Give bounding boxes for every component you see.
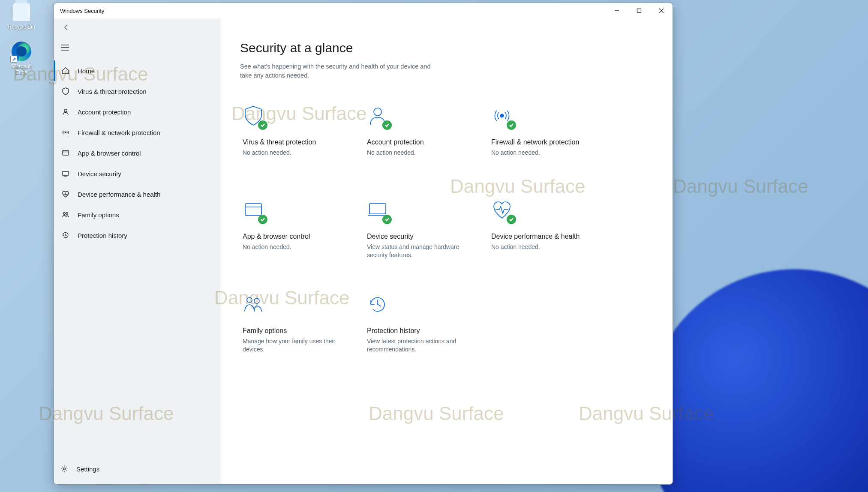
tile-grid: Virus & threat protection No action need… <box>240 102 655 368</box>
tile-device-security[interactable]: Device security View status and manage h… <box>364 197 484 274</box>
tile-subtitle: View status and manage hardware security… <box>367 243 466 260</box>
history-icon <box>367 294 391 318</box>
tile-virus-threat-protection[interactable]: Virus & threat protection No action need… <box>240 102 360 180</box>
sidebar-item-device-security[interactable]: Device security <box>54 163 220 184</box>
svg-point-13 <box>63 213 65 214</box>
tile-protection-history[interactable]: Protection history View latest protectio… <box>364 291 484 368</box>
tile-subtitle: No action needed. <box>491 243 590 252</box>
svg-rect-11 <box>63 171 69 175</box>
app-browser-icon <box>61 149 70 157</box>
sidebar-item-home[interactable]: Home <box>54 60 220 81</box>
firewall-icon <box>61 128 70 137</box>
hamburger-button[interactable] <box>57 39 74 56</box>
svg-point-15 <box>63 468 66 470</box>
status-ok-icon <box>507 120 516 130</box>
shortcut-arrow-icon: ↗ <box>10 56 17 63</box>
status-ok-icon <box>258 120 267 130</box>
tile-title: Virus & threat protection <box>243 138 356 147</box>
content-area: Security at a glance See what's happenin… <box>220 18 673 484</box>
maximize-button[interactable] <box>628 3 650 18</box>
tile-title: Firewall & network protection <box>491 138 604 147</box>
shield-icon <box>61 87 70 96</box>
sidebar-item-label: Protection history <box>78 232 127 239</box>
edge-label: Microsoft Edge <box>4 63 39 75</box>
sidebar-item-virus[interactable]: Virus & threat protection <box>54 81 220 102</box>
tile-subtitle: No action needed. <box>491 149 590 157</box>
sidebar-item-performance[interactable]: Device performance & health <box>54 184 220 204</box>
svg-point-16 <box>374 108 381 116</box>
sidebar-item-label: Account protection <box>78 108 131 116</box>
sidebar-item-label: Family options <box>78 211 119 219</box>
wallpaper-bloom <box>645 269 868 492</box>
status-ok-icon <box>382 215 392 224</box>
tile-subtitle: No action needed. <box>243 149 341 157</box>
tile-title: Account protection <box>367 138 480 147</box>
tile-account-protection[interactable]: Account protection No action needed. <box>364 102 484 180</box>
svg-point-7 <box>64 109 67 112</box>
sidebar-item-label: Settings <box>76 465 99 473</box>
tile-subtitle: Manage how your family uses their device… <box>243 337 341 354</box>
tile-device-performance-health[interactable]: Device performance & health No action ne… <box>489 197 609 274</box>
sidebar: Home Virus & threat protection Account p… <box>54 18 220 484</box>
app-browser-icon <box>243 199 267 223</box>
svg-point-14 <box>66 213 68 214</box>
close-button[interactable] <box>650 3 673 18</box>
titlebar[interactable]: Windows Security <box>54 3 673 18</box>
sidebar-item-label: Firewall & network protection <box>78 129 160 136</box>
tile-subtitle: No action needed. <box>243 243 341 252</box>
svg-point-17 <box>500 114 503 117</box>
family-icon <box>61 210 70 219</box>
firewall-icon <box>491 105 515 129</box>
heart-icon <box>491 199 515 223</box>
sidebar-item-settings[interactable]: Settings <box>54 459 220 479</box>
page-title: Security at a glance <box>240 41 655 55</box>
device-security-icon <box>61 169 70 178</box>
account-icon <box>61 108 70 116</box>
status-ok-icon <box>258 215 267 224</box>
svg-rect-18 <box>245 204 261 216</box>
page-subtitle: See what's happening with the security a… <box>240 62 437 80</box>
sidebar-item-label: Device performance & health <box>78 191 160 198</box>
sidebar-item-account[interactable]: Account protection <box>54 102 220 122</box>
svg-rect-9 <box>63 150 69 155</box>
tile-app-browser-control[interactable]: App & browser control No action needed. <box>240 197 360 274</box>
family-icon <box>243 294 267 318</box>
recycle-bin-icon <box>13 3 30 21</box>
svg-point-22 <box>247 297 252 303</box>
tile-title: Family options <box>243 326 356 336</box>
windows-security-window: Windows Security <box>54 3 673 485</box>
account-icon <box>367 105 391 129</box>
tile-title: Device security <box>367 232 480 241</box>
sidebar-item-history[interactable]: Protection history <box>54 225 220 246</box>
sidebar-item-family[interactable]: Family options <box>54 204 220 225</box>
history-icon <box>61 231 70 240</box>
edge-desktop-icon[interactable]: ↗ Microsoft Edge <box>4 41 39 75</box>
tile-subtitle: No action needed. <box>367 149 466 157</box>
sidebar-item-firewall[interactable]: Firewall & network protection <box>54 122 220 143</box>
svg-rect-1 <box>637 9 641 13</box>
heart-icon <box>61 190 70 198</box>
watermark: Dangvu Surface <box>673 176 808 197</box>
tile-title: Device performance & health <box>491 232 604 241</box>
window-title: Windows Security <box>54 8 104 14</box>
tile-title: App & browser control <box>243 232 356 241</box>
svg-rect-20 <box>369 204 386 214</box>
recycle-bin-label: Recycle Bin <box>4 24 39 30</box>
tile-family-options[interactable]: Family options Manage how your family us… <box>240 291 360 368</box>
back-button[interactable] <box>60 21 73 34</box>
svg-point-8 <box>65 132 66 133</box>
gear-icon <box>60 465 69 473</box>
sidebar-item-label: Device security <box>78 170 121 177</box>
nav-list: Home Virus & threat protection Account p… <box>54 60 220 246</box>
tile-firewall-network-protection[interactable]: Firewall & network protection No action … <box>489 102 609 180</box>
shield-icon <box>243 105 267 129</box>
sidebar-item-label: App & browser control <box>78 150 141 157</box>
minimize-button[interactable] <box>606 3 628 18</box>
tile-subtitle: View latest protection actions and recom… <box>367 337 466 354</box>
status-ok-icon <box>382 120 392 130</box>
sidebar-item-app[interactable]: App & browser control <box>54 143 220 163</box>
recycle-bin-desktop-icon[interactable]: Recycle Bin <box>4 2 39 30</box>
sidebar-item-label: Virus & threat protection <box>78 88 147 95</box>
device-security-icon <box>367 199 391 223</box>
svg-point-23 <box>254 298 259 303</box>
